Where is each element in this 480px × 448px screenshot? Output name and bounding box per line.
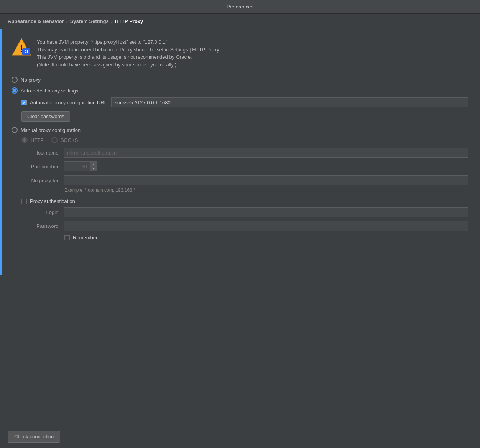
http-socks-row: HTTP SOCKS <box>21 137 468 143</box>
manual-proxy-radio[interactable] <box>12 127 18 133</box>
hostname-label: Host name: <box>21 150 60 156</box>
port-decrement-button[interactable]: ▼ <box>90 166 97 171</box>
title-text: Preferences <box>227 4 253 10</box>
breadcrumb-sep-1: › <box>66 19 68 24</box>
auto-detect-option[interactable]: Auto-detect proxy settings <box>12 87 468 94</box>
warning-line-1: You have JVM property "https.proxyHost" … <box>37 38 219 46</box>
warning-icon: ! AI <box>12 37 31 57</box>
password-input[interactable] <box>64 221 468 231</box>
proxy-auth-label: Proxy authentication <box>30 198 75 204</box>
auto-detect-radio[interactable] <box>12 87 18 94</box>
warning-line-4: (Note: It could have been assigned by so… <box>37 61 219 69</box>
http-radio[interactable] <box>21 137 28 143</box>
no-proxy-for-label: No proxy for: <box>21 178 60 183</box>
password-row: Password: <box>21 221 468 231</box>
no-proxy-label: No proxy <box>21 77 41 83</box>
left-accent <box>0 29 2 275</box>
socks-option[interactable]: SOCKS <box>51 137 78 143</box>
manual-proxy-option[interactable]: Manual proxy configuration <box>12 127 468 133</box>
login-label: Login: <box>21 209 60 215</box>
warning-line-2: This may lead to incorrect behaviour. Pr… <box>37 46 219 54</box>
proxy-auth-section: Proxy authentication Login: Password: Re… <box>12 198 468 240</box>
manual-proxy-label: Manual proxy configuration <box>21 127 81 133</box>
login-row: Login: <box>21 207 468 217</box>
breadcrumb-sep-2: › <box>111 19 113 24</box>
proxy-auth-checkbox[interactable] <box>21 199 27 204</box>
warning-box: ! AI You have JVM property "https.proxyH… <box>12 37 468 68</box>
warning-line-3: This JVM property is old and its usage i… <box>37 53 219 61</box>
no-proxy-option[interactable]: No proxy <box>12 77 468 83</box>
breadcrumb-system[interactable]: System Settings <box>70 18 109 24</box>
form-grid: Host name: Port number: ▲ ▼ No proxy for… <box>21 148 468 193</box>
svg-text:AI: AI <box>24 50 28 54</box>
port-row: Port number: ▲ ▼ <box>21 161 468 171</box>
breadcrumb-http-proxy[interactable]: HTTP Proxy <box>115 18 143 24</box>
login-input[interactable] <box>64 207 468 217</box>
auto-config-url-input[interactable] <box>111 97 468 107</box>
example-text: Example: *.domain.com, 192.168.* <box>64 188 468 193</box>
port-spinner: ▲ ▼ <box>90 161 97 171</box>
port-input[interactable] <box>64 161 90 171</box>
clear-passwords-button[interactable]: Clear passwords <box>21 111 70 122</box>
http-label: HTTP <box>31 137 44 143</box>
no-proxy-for-row: No proxy for: <box>21 175 468 185</box>
hostname-input[interactable] <box>64 148 468 158</box>
port-increment-button[interactable]: ▲ <box>90 162 97 166</box>
breadcrumb-appearance[interactable]: Appearance & Behavior <box>8 18 64 24</box>
breadcrumb: Appearance & Behavior › System Settings … <box>0 14 480 29</box>
remember-row: Remember <box>64 235 468 240</box>
http-option[interactable]: HTTP <box>21 137 44 143</box>
socks-radio[interactable] <box>51 137 58 143</box>
remember-label: Remember <box>73 235 97 240</box>
no-proxy-for-input[interactable] <box>64 175 468 185</box>
remember-checkbox[interactable] <box>64 235 70 240</box>
hostname-row: Host name: <box>21 148 468 158</box>
auto-config-url-row: ✓ Automatic proxy configuration URL: <box>21 97 468 107</box>
port-input-wrapper: ▲ ▼ <box>64 161 97 171</box>
check-connection-button[interactable]: Check connection <box>8 431 60 443</box>
socks-label: SOCKS <box>61 137 78 143</box>
auth-form: Login: Password: Remember <box>21 207 468 240</box>
auto-detect-label: Auto-detect proxy settings <box>21 88 78 94</box>
title-bar: Preferences <box>0 0 480 14</box>
auto-config-checkbox[interactable]: ✓ <box>21 100 27 105</box>
port-label: Port number: <box>21 164 60 170</box>
password-label: Password: <box>21 223 60 229</box>
warning-text: You have JVM property "https.proxyHost" … <box>37 37 219 68</box>
auto-config-label: Automatic proxy configuration URL: <box>30 100 108 105</box>
no-proxy-radio[interactable] <box>12 77 18 83</box>
proxy-auth-row: Proxy authentication <box>21 198 468 204</box>
auto-detect-section: ✓ Automatic proxy configuration URL: <box>21 97 468 107</box>
bottom-bar: Check connection <box>0 425 480 448</box>
